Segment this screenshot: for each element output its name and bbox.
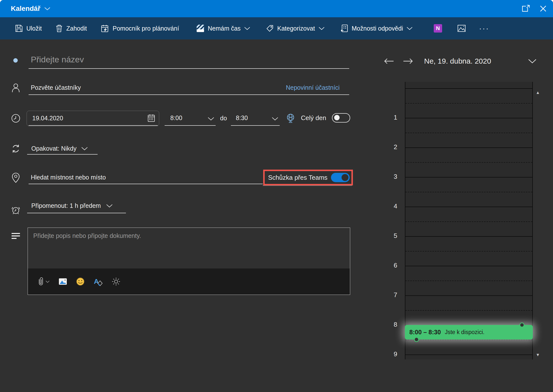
hour-label: 4 — [386, 202, 397, 210]
half-hour-gridline — [405, 162, 532, 163]
busy-status-icon — [197, 25, 204, 32]
chevron-down-icon — [407, 27, 413, 30]
day-grid[interactable] — [405, 82, 533, 359]
half-hour-gridline — [405, 103, 532, 104]
end-time-value: 8:30 — [236, 114, 248, 122]
categorize-label: Kategorizovat — [277, 25, 315, 32]
brightness-button[interactable] — [112, 277, 121, 286]
optional-attendees-link[interactable]: Nepovinní účastníci — [286, 84, 340, 91]
start-time-underline — [165, 125, 216, 126]
titlebar: Kalendář — [0, 0, 553, 17]
image-icon — [457, 24, 466, 32]
event-color-dot — [13, 58, 18, 63]
response-options-icon — [341, 24, 348, 32]
timezone-globe-icon[interactable] — [286, 113, 295, 123]
formatting-button[interactable]: A — [94, 278, 99, 285]
attendees-input[interactable]: Pozvěte účastníky — [31, 84, 81, 91]
attach-file-button[interactable] — [38, 277, 50, 286]
reminder-dropdown[interactable]: Připomenout: 1 h předem — [31, 202, 113, 209]
scheduling-assistant-button[interactable]: Pomocník pro plánování — [101, 17, 179, 39]
previous-day-button[interactable] — [383, 55, 395, 67]
event-title-input[interactable]: Přidejte název — [31, 55, 84, 64]
hour-label: 2 — [386, 143, 397, 151]
date-underline — [29, 125, 158, 126]
trash-icon — [56, 24, 63, 32]
day-nav-date: Ne, 19. dubna. 2020 — [424, 57, 491, 65]
hour-gridline — [405, 118, 532, 118]
next-day-button[interactable] — [402, 55, 414, 67]
editor-toolbar: A — [28, 268, 350, 295]
repeat-icon — [11, 144, 20, 153]
title-underline — [29, 68, 349, 69]
hour-gridline — [405, 355, 532, 355]
repeat-value: Opakovat: Nikdy — [31, 145, 76, 152]
popout-window-button[interactable] — [520, 3, 531, 14]
start-time-field[interactable]: 8:00 — [165, 111, 216, 126]
scroll-up-arrow[interactable]: ▲ — [536, 90, 540, 95]
attendees-underline — [29, 94, 349, 95]
location-input[interactable]: Hledat místnost nebo místo — [31, 174, 106, 181]
teams-meeting-toggle[interactable] — [331, 173, 350, 182]
response-options-button[interactable]: Možnosti odpovědi — [341, 17, 413, 39]
hour-gridline — [405, 266, 532, 266]
busy-status-label: Nemám čas — [208, 25, 241, 32]
half-hour-gridline — [405, 251, 532, 251]
hour-label: 5 — [386, 232, 397, 240]
calendar-event[interactable]: 8:00 – 8:30 Jste k dispozici. — [405, 325, 533, 339]
save-button[interactable]: Uložit — [15, 17, 42, 39]
discard-button[interactable]: Zahodit — [56, 17, 87, 39]
teams-meeting-label: Schůzka přes Teams — [268, 174, 328, 181]
hour-label: 7 — [386, 291, 397, 299]
save-icon — [15, 25, 23, 32]
reminder-icon — [11, 205, 20, 215]
response-options-label: Možnosti odpovědi — [352, 25, 403, 32]
time-icon — [11, 114, 20, 123]
all-day-toggle[interactable] — [332, 113, 350, 123]
arrow-left-icon — [384, 58, 394, 65]
day-nav-header: Ne, 19. dubna. 2020 — [383, 54, 536, 69]
onenote-icon: N — [434, 24, 442, 33]
to-label: do — [220, 115, 227, 122]
event-resize-handle-bottom[interactable] — [414, 337, 419, 342]
half-hour-gridline — [405, 340, 532, 340]
calendar-module-switcher[interactable]: Kalendář — [11, 0, 50, 17]
end-time-field[interactable]: 8:30 — [231, 111, 280, 126]
start-time-value: 8:00 — [170, 114, 182, 122]
repeat-dropdown[interactable]: Opakovat: Nikdy — [31, 145, 88, 152]
arrow-right-icon — [403, 58, 413, 65]
hour-gridline — [405, 147, 532, 148]
categorize-button[interactable]: Kategorizovat — [266, 17, 325, 39]
half-hour-gridline — [405, 221, 532, 222]
date-field[interactable]: 19.04.2020 — [27, 111, 159, 126]
chevron-down-icon — [81, 147, 88, 150]
insert-emoji-button[interactable] — [76, 277, 85, 286]
insert-picture-button[interactable] — [59, 278, 67, 285]
chevron-down-icon — [319, 27, 325, 30]
picture-icon — [59, 278, 67, 285]
show-as-busy-button[interactable]: Nemám čas — [197, 17, 250, 39]
more-commands-button[interactable]: ··· — [479, 17, 489, 39]
insert-image-button[interactable] — [457, 17, 466, 39]
hour-label: 1 — [386, 114, 397, 121]
calendar-picker-icon[interactable] — [148, 114, 155, 122]
repeat-underline — [27, 154, 98, 155]
description-editor[interactable]: Přidejte popis nebo připojte dokumenty. — [28, 228, 350, 295]
pen-icon — [97, 280, 103, 286]
close-icon — [540, 5, 546, 12]
sun-icon — [112, 277, 121, 286]
reminder-value: Připomenout: 1 h předem — [31, 202, 101, 209]
half-hour-gridline — [405, 281, 532, 281]
hour-gridline — [405, 295, 532, 296]
description-placeholder: Přidejte popis nebo připojte dokumenty. — [33, 232, 141, 239]
hour-label: 8 — [386, 321, 397, 328]
close-button[interactable] — [538, 3, 549, 14]
paperclip-icon — [38, 277, 44, 286]
location-icon — [11, 173, 20, 182]
event-resize-handle-top[interactable] — [519, 322, 524, 327]
hour-gridline — [405, 236, 532, 237]
location-underline-dim — [263, 185, 352, 186]
date-value: 19.04.2020 — [32, 115, 63, 122]
chevron-down-icon[interactable] — [528, 59, 536, 63]
scroll-down-arrow[interactable]: ▼ — [536, 353, 540, 357]
onenote-button[interactable]: N — [434, 17, 442, 39]
